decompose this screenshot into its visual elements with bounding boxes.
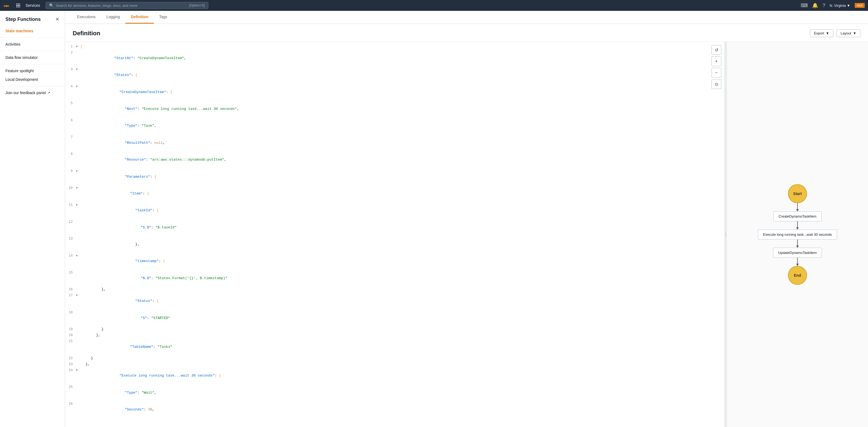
code-line: 8 "Resource": "arn:aws:states:::dynamodb… xyxy=(65,151,724,168)
code-line: 20 }, xyxy=(65,333,724,339)
sidebar-item-local-development[interactable]: Local Development xyxy=(0,75,65,84)
code-editor[interactable]: 1 ▼ { 2 "StartAt": "CreateDynamoTaskItem… xyxy=(65,42,724,421)
create-dynamo-node[interactable]: CreateDynamoTaskItem xyxy=(773,211,822,221)
code-line: 17 ▼ "Status": { xyxy=(65,293,724,309)
export-label: Export xyxy=(814,31,824,35)
sidebar-title: Step Functions xyxy=(5,17,41,22)
code-line: 21 "TableName": "Tasks" xyxy=(65,339,724,355)
code-line: 7 "ResultPath": null, xyxy=(65,134,724,151)
end-node[interactable]: End xyxy=(788,266,807,285)
aws-logo[interactable]: aws xyxy=(3,2,13,9)
code-line: 23 }, xyxy=(65,362,724,368)
tab-executions[interactable]: Executions xyxy=(72,11,101,24)
diagram-canvas: Start CreateDynamoTaskItem xyxy=(727,42,868,427)
zoom-out-button[interactable]: − xyxy=(712,68,721,78)
export-chevron-icon: ▼ xyxy=(826,31,829,35)
sidebar-item-feature-spotlight[interactable]: Feature spotlight xyxy=(0,66,65,75)
pane-resize-handle[interactable]: ⋮ xyxy=(725,42,727,427)
sidebar-item-data-flow-simulator[interactable]: Data flow simulator xyxy=(0,53,65,62)
code-line: 12 "S.$": "$.taskId" xyxy=(65,219,724,236)
diagram-panel: Start CreateDynamoTaskItem xyxy=(727,42,868,427)
end-node-wrapper: End xyxy=(788,266,807,285)
code-line: 26 "Seconds": 30, xyxy=(65,401,724,418)
create-dynamo-node-wrapper: CreateDynamoTaskItem xyxy=(773,211,822,221)
tabs-bar: Executions Logging Definition Tags xyxy=(65,11,868,24)
fit-button[interactable]: ⊙ xyxy=(712,79,721,89)
arrow-create-to-execute xyxy=(797,221,798,230)
code-line: 10 ▼ "Item": { xyxy=(65,185,724,202)
tab-definition[interactable]: Definition xyxy=(125,11,154,24)
code-line: 4 ▼ "CreateDynamoTaskItem": { xyxy=(65,84,724,101)
header-buttons: Export ▼ Layout ▼ xyxy=(810,29,860,37)
code-line: 15 "N.$": "States.Format('{}', $.timesta… xyxy=(65,270,724,287)
services-grid-icon xyxy=(16,3,20,7)
search-shortcut: [Option+S] xyxy=(189,3,205,7)
start-node-wrapper: Start xyxy=(788,184,807,203)
help-icon[interactable]: ? xyxy=(823,3,825,8)
export-button[interactable]: Export ▼ xyxy=(810,29,833,37)
services-button[interactable]: Services xyxy=(23,2,42,9)
definition-title: Definition xyxy=(73,30,100,37)
sidebar-item-state-machines[interactable]: State machines xyxy=(0,27,65,35)
external-link-icon: ↗ xyxy=(48,91,50,95)
region-label: N. Virginia xyxy=(830,3,846,8)
code-line: 9 ▼ "Parameters": { xyxy=(65,169,724,185)
layout-label: Layout xyxy=(841,31,851,35)
sidebar-item-label: Activities xyxy=(5,42,20,47)
code-line: 22 } xyxy=(65,356,724,362)
sidebar-item-activities[interactable]: Activities xyxy=(0,40,65,49)
layout-chevron-icon: ▼ xyxy=(853,31,856,35)
definition-header: Definition Export ▼ Layout ▼ xyxy=(65,24,868,42)
execute-wait-node[interactable]: Execute long running task...wait 30 seco… xyxy=(758,230,837,240)
sidebar-item-feedback[interactable]: Join our feedback panel ↗ xyxy=(0,88,65,97)
arrow-execute-to-update xyxy=(797,240,798,248)
sidebar-nav: State machines Activities Data flow simu… xyxy=(0,27,65,97)
code-panel-controls: ↺ + − ⊙ xyxy=(712,45,721,89)
execute-wait-node-wrapper: Execute long running task...wait 30 seco… xyxy=(758,230,837,240)
tab-tags[interactable]: Tags xyxy=(154,11,173,24)
code-line: 25 "Type": "Wait", xyxy=(65,385,724,401)
sidebar-item-label: Data flow simulator xyxy=(5,55,38,60)
sidebar-item-label: Feature spotlight xyxy=(5,69,34,73)
services-label: Services xyxy=(26,3,40,8)
sidebar-close-button[interactable]: ✕ xyxy=(55,16,59,22)
zoom-in-button[interactable]: + xyxy=(712,56,721,66)
code-line: 13 }, xyxy=(65,236,724,253)
user-badge[interactable]: nick xyxy=(855,3,865,8)
split-pane: ↺ + − ⊙ 1 ▼ { 2 xyxy=(65,42,868,427)
code-line: 24 ▼ "Execute long running task...wait 3… xyxy=(65,368,724,385)
update-dynamo-node-wrapper: UpdateDynamoTaskItem xyxy=(773,248,822,258)
update-dynamo-node[interactable]: UpdateDynamoTaskItem xyxy=(773,248,822,258)
top-navigation: aws Services 🔍 [Option+S] ⌨ 🔔 ? N. Virgi… xyxy=(0,0,868,11)
sidebar-header: Step Functions ✕ xyxy=(0,16,65,27)
code-line: 6 "Type": "Task", xyxy=(65,118,724,134)
tab-logging[interactable]: Logging xyxy=(101,11,125,24)
sidebar-item-label: Local Development xyxy=(5,77,38,82)
code-panel[interactable]: ↺ + − ⊙ 1 ▼ { 2 xyxy=(65,42,725,427)
code-line: 1 ▼ { xyxy=(65,44,724,50)
code-line: 16 }, xyxy=(65,287,724,293)
terminal-icon[interactable]: ⌨ xyxy=(801,2,808,8)
svg-text:aws: aws xyxy=(3,4,9,7)
app-layout: Step Functions ✕ State machines Activiti… xyxy=(0,11,868,427)
start-node[interactable]: Start xyxy=(788,184,807,203)
code-line: 11 ▼ "taskId": { xyxy=(65,202,724,219)
search-bar[interactable]: 🔍 [Option+S] xyxy=(45,2,208,9)
code-line: 14 ▼ "timestamp": { xyxy=(65,253,724,270)
definition-area: Definition Export ▼ Layout ▼ xyxy=(65,24,868,427)
sidebar: Step Functions ✕ State machines Activiti… xyxy=(0,11,65,427)
code-line: 5 "Next": "Execute long running task...w… xyxy=(65,101,724,118)
bell-icon[interactable]: 🔔 xyxy=(812,2,818,8)
search-input[interactable] xyxy=(56,3,187,8)
region-selector[interactable]: N. Virginia ▼ xyxy=(830,3,850,8)
sidebar-item-label: Join our feedback panel xyxy=(5,91,46,95)
main-content: Executions Logging Definition Tags Defin… xyxy=(65,11,868,427)
arrow-start-to-create xyxy=(797,203,798,211)
layout-button[interactable]: Layout ▼ xyxy=(837,29,860,37)
code-line: 19 } xyxy=(65,327,724,333)
code-line: 18 "S": "STARTED" xyxy=(65,310,724,327)
sidebar-item-label: State machines xyxy=(5,29,33,33)
refresh-button[interactable]: ↺ xyxy=(712,45,721,55)
nav-right: ⌨ 🔔 ? N. Virginia ▼ nick xyxy=(801,2,865,8)
state-machine-diagram: Start CreateDynamoTaskItem xyxy=(758,184,837,285)
